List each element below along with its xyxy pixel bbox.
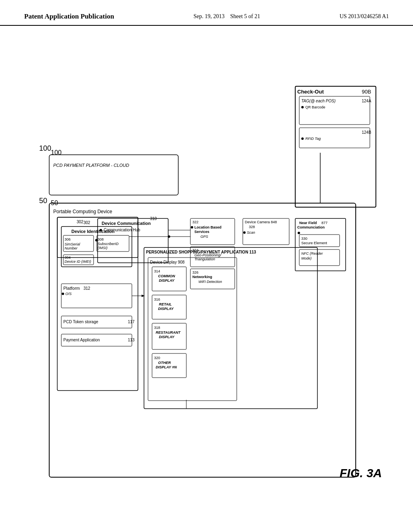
patent-diagram: 100 50 PCD PAYMENT PLATFORM - CLOUD Port… (16, 34, 397, 497)
svg-rect-0 (49, 155, 178, 195)
label-324: 324 (192, 248, 198, 252)
svg-text:DISPLAY: DISPLAY (159, 335, 175, 339)
header-center: Sep. 19, 2013 Sheet 5 of 21 (194, 12, 260, 21)
label-302-inner: 302 (77, 220, 83, 224)
svg-text:Number: Number (65, 246, 78, 250)
svg-text:Communciation: Communciation (297, 225, 325, 229)
rfid-tag-label: RFID Tag (305, 137, 321, 141)
bullet-qr (301, 106, 304, 108)
sim-serial-label: SimSerial (65, 242, 81, 246)
label-330: 330 (301, 237, 307, 241)
svg-text:Triangulation: Triangulation (194, 257, 215, 261)
svg-text:DISPLAY: DISPLAY (159, 278, 175, 283)
bullet-308 (95, 239, 98, 241)
label-877: 877 (321, 221, 327, 225)
secure-element-label: Secure Element (301, 241, 327, 245)
label-318: 318 (154, 326, 160, 330)
checkout-label: Check-Out (297, 89, 324, 95)
comm-hub-label: Communication Hub (104, 228, 140, 232)
svg-rect-12 (144, 247, 317, 409)
qr-barcode-label: QR Barcode (305, 105, 325, 109)
label-326: 326 (192, 270, 198, 274)
networking-label: Networking (192, 275, 212, 279)
header-right: US 2013/0246258 A1 (340, 12, 389, 21)
os-label: O/S (65, 292, 72, 296)
svg-text:DISPLAY: DISPLAY (158, 307, 174, 311)
svg-text:Mode): Mode) (301, 256, 312, 260)
label-50: 50 (39, 197, 47, 205)
label-310: 310 (150, 216, 157, 221)
label-302: 302 (83, 220, 90, 225)
bullet-310 (100, 229, 102, 231)
device-camera-label: Device Camera 848 (245, 220, 277, 224)
common-display: COMMON (158, 274, 175, 278)
label-314: 314 (154, 269, 160, 273)
portable-device-label: Portable Computing Device (53, 209, 112, 214)
svg-rect-35 (295, 86, 376, 207)
device-display-label: Device Display 908 (150, 260, 185, 264)
wifi-label: WiFi Detection (198, 280, 222, 284)
bullet-rfid (301, 137, 304, 140)
label-306: 306 (65, 237, 71, 241)
device-comm-header: Device Communication (102, 221, 151, 226)
label-308: 308 (98, 237, 104, 241)
bullet-848 (243, 231, 246, 234)
label-50-outer: 50 (51, 200, 58, 206)
label-124a: 124A (362, 99, 371, 103)
payment-app-label: Payment Application (63, 338, 100, 342)
scan-label: Scan (247, 231, 255, 235)
svg-text:Services: Services (194, 230, 209, 234)
svg-text:(IMSI): (IMSI) (98, 246, 108, 250)
label-117: 117 (128, 320, 135, 324)
bullet-322 (191, 226, 193, 229)
label-100: 100 (39, 144, 51, 152)
label-316: 316 (154, 297, 160, 301)
label-322: 322 (192, 220, 198, 224)
restaurant-display: RESTAURANT (156, 330, 181, 335)
geo-label: Geo-Positioning/ (194, 253, 222, 257)
tag-pos-label: TAG(@ each POS) (301, 99, 336, 103)
svg-text:DISPLAY #N: DISPLAY #N (156, 365, 177, 369)
diagram-area: 100 50 PCD PAYMENT PLATFORM - CLOUD Port… (0, 30, 413, 507)
retail-display: RETAIL (159, 302, 172, 306)
label-90b: 90B (362, 89, 371, 95)
label-113-bottom: 113 (128, 338, 135, 342)
subscriber-id: SubscriberID (98, 242, 119, 246)
header-title: Patent Application Publication (24, 12, 114, 21)
pcd-token-label: PCD Token storage (63, 320, 98, 324)
page-header: Patent Application Publication Sep. 19, … (0, 0, 413, 26)
device-id-label: Device ID (IMEI) (65, 260, 91, 264)
other-display: OTHER (158, 361, 171, 365)
cloud-label: PCD PAYMENT PLATFORM - CLOUD (53, 163, 129, 168)
label-320: 320 (154, 356, 160, 360)
platform-label: Platform (63, 286, 80, 291)
label-328: 328 (249, 225, 255, 229)
label-100-outer: 100 (51, 149, 62, 156)
gps-label: GPS (200, 235, 208, 239)
nfc-reader-label: NFC (Reader (301, 251, 323, 256)
fig-label: FIG. 3A (340, 466, 382, 480)
location-based: Location Based (194, 225, 221, 229)
near-field-label: Near Field (299, 221, 317, 225)
label-124b: 124B (362, 130, 371, 135)
bullet-312 (62, 293, 64, 295)
label-312: 312 (83, 286, 90, 291)
bullet-877 (298, 232, 300, 234)
